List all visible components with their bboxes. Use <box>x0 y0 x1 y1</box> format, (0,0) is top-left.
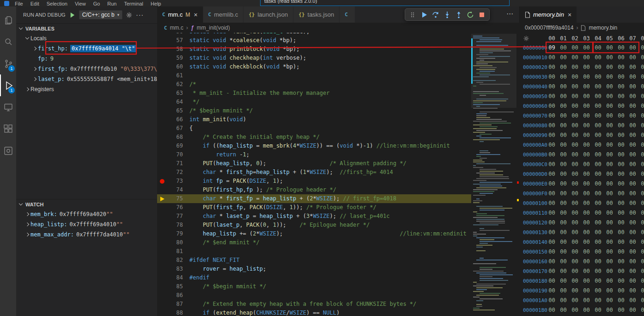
hex-byte[interactable]: 00 <box>627 160 638 169</box>
hex-byte[interactable]: 00 <box>604 218 615 228</box>
watch-row[interactable]: heap_listp:0x7ffff69a4010 "" <box>16 219 157 229</box>
hex-byte[interactable]: 00 <box>546 247 558 257</box>
hex-byte[interactable]: 00 <box>604 101 615 111</box>
hex-byte[interactable]: 00 <box>592 72 604 82</box>
hex-byte[interactable]: 00 <box>581 140 592 150</box>
hex-byte[interactable]: 00 <box>592 286 604 296</box>
code-line[interactable]: 66int mm_init(void) <box>157 115 471 124</box>
hex-byte[interactable]: 00 <box>604 92 615 101</box>
hex-byte[interactable]: 00 <box>592 276 604 286</box>
tree-group-locals[interactable]: Locals <box>16 33 157 43</box>
hex-byte[interactable]: 00 <box>546 179 558 189</box>
hex-byte[interactable]: 00 <box>569 179 581 189</box>
hex-byte[interactable]: 00 <box>558 218 569 228</box>
hex-byte[interactable]: 00 <box>569 286 581 296</box>
hex-byte[interactable]: 00 <box>604 179 615 189</box>
hex-byte[interactable]: 00 <box>604 53 615 62</box>
hex-byte[interactable]: 00 <box>592 62 604 72</box>
code-line[interactable]: 74 PUT(first_hp,fp ); /* Prologue header… <box>157 186 471 194</box>
hex-byte[interactable]: 00 <box>638 237 644 247</box>
code-line[interactable]: 75 char * first_fp = heap_listp + (2*WSI… <box>157 194 471 203</box>
variable-row[interactable]: fp:9 <box>16 54 157 64</box>
code-line[interactable]: 73 int fp = PACK(DSIZE, 1); <box>157 177 471 186</box>
tab-memlib-c[interactable]: Cmemlib.c <box>203 6 244 23</box>
hex-byte[interactable]: 00 <box>638 296 644 305</box>
hex-byte[interactable]: 00 <box>592 189 604 198</box>
breakpoint-gutter[interactable] <box>157 36 167 45</box>
breadcrumb-file[interactable]: mm.c <box>170 25 183 31</box>
debug-gear-icon[interactable] <box>126 12 133 19</box>
hex-byte[interactable]: 00 <box>558 276 569 286</box>
quick-input[interactable]: tasks (read tasks 2.0.0) <box>260 0 510 6</box>
code-line[interactable]: 84#endif <box>157 273 471 282</box>
watch-row[interactable]: mem_brk:0x7ffff69a4020 "" <box>16 209 157 219</box>
hex-byte[interactable]: 00 <box>627 189 638 198</box>
hex-byte[interactable]: 00 <box>638 140 644 150</box>
breakpoint-gutter[interactable] <box>157 238 167 247</box>
hex-byte[interactable]: 00 <box>592 179 604 189</box>
hex-byte[interactable]: 00 <box>627 286 638 296</box>
hex-byte[interactable]: 00 <box>546 150 558 160</box>
code-line[interactable]: 81 <box>157 247 471 256</box>
hex-byte[interactable]: 00 <box>546 62 558 72</box>
hex-byte[interactable]: 00 <box>546 189 558 198</box>
menu-item-terminal[interactable]: Terminal <box>124 0 144 6</box>
hex-byte[interactable]: 00 <box>581 160 592 169</box>
activity-extensions[interactable] <box>0 118 16 140</box>
hex-byte[interactable]: 00 <box>592 111 604 121</box>
hex-byte[interactable]: 00 <box>558 140 569 150</box>
hex-byte[interactable]: 00 <box>615 305 627 315</box>
menu-item-go[interactable]: Go <box>93 0 100 6</box>
hex-byte[interactable]: 00 <box>592 305 604 315</box>
hex-byte[interactable]: 00 <box>581 179 592 189</box>
hex-byte[interactable]: 00 <box>604 130 615 140</box>
hex-byte[interactable]: 00 <box>581 82 592 92</box>
hex-byte[interactable]: 00 <box>615 276 627 286</box>
hex-byte[interactable]: 00 <box>604 198 615 208</box>
hex-byte[interactable]: 00 <box>627 247 638 257</box>
hex-byte[interactable]: 00 <box>558 169 569 179</box>
breakpoint-gutter[interactable] <box>157 133 167 142</box>
hex-byte[interactable]: 00 <box>592 160 604 169</box>
hex-byte[interactable]: 00 <box>604 121 615 130</box>
hex-byte[interactable]: 00 <box>638 276 644 286</box>
hex-byte[interactable]: 00 <box>638 82 644 92</box>
code-line[interactable]: 64 */ <box>157 98 471 106</box>
hex-byte[interactable]: 00 <box>604 150 615 160</box>
hex-byte[interactable]: 00 <box>604 208 615 218</box>
hex-byte[interactable]: 00 <box>627 266 638 276</box>
hex-byte[interactable]: 00 <box>627 257 638 266</box>
hex-byte[interactable]: 00 <box>627 198 638 208</box>
hex-byte[interactable]: 00 <box>558 228 569 237</box>
hex-byte[interactable]: 00 <box>569 101 581 111</box>
hex-byte[interactable]: 09 <box>546 43 558 53</box>
hex-byte[interactable]: 00 <box>592 101 604 111</box>
hex-byte[interactable]: 00 <box>546 111 558 121</box>
code-line[interactable]: 78 PUT(laset_p, PACK(0, 1)); /* Epilogue… <box>157 221 471 229</box>
breakpoint-gutter[interactable] <box>157 33 167 36</box>
hex-byte[interactable]: 00 <box>569 72 581 82</box>
hex-byte[interactable]: 00 <box>581 266 592 276</box>
hex-byte[interactable]: 00 <box>627 72 638 82</box>
breadcrumb-address[interactable]: 0x00007ffff69a4014 <box>525 25 573 31</box>
breakpoint-gutter[interactable] <box>157 212 167 221</box>
hex-byte[interactable]: 00 <box>592 43 604 53</box>
hex-byte[interactable]: 00 <box>638 286 644 296</box>
hex-byte[interactable]: 00 <box>604 160 615 169</box>
hex-byte[interactable]: 00 <box>569 257 581 266</box>
hex-byte[interactable]: 00 <box>615 111 627 121</box>
activity-source-control[interactable]: 1 <box>0 53 16 74</box>
hex-byte[interactable]: 00 <box>558 121 569 130</box>
hex-byte[interactable]: 00 <box>581 286 592 296</box>
hex-byte[interactable]: 00 <box>592 237 604 247</box>
breakpoint-gutter[interactable] <box>157 168 167 177</box>
tab-partial[interactable]: C <box>340 6 355 23</box>
code-line[interactable]: 67{ <box>157 124 471 133</box>
tab-memory-bin[interactable]: memory.bin × <box>520 6 577 23</box>
hex-byte[interactable]: 00 <box>627 179 638 189</box>
breakpoint-gutter[interactable] <box>157 124 167 133</box>
hex-byte[interactable]: 00 <box>592 218 604 228</box>
menu-item-view[interactable]: View <box>75 0 86 6</box>
hex-byte[interactable]: 00 <box>569 189 581 198</box>
hex-byte[interactable]: 00 <box>604 237 615 247</box>
